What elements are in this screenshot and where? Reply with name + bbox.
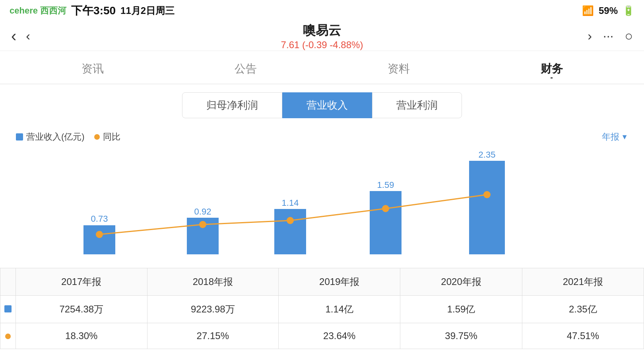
label-2019: 1.14 [282,198,299,208]
status-bar: cehere 西西河 下午3:50 11月2日周三 📶 59% 🔋 [0,0,644,21]
table-header-2021: 2021年报 [522,268,644,296]
year-report-button[interactable]: 年报 ▼ [602,131,628,143]
data-table: 2017年报 2018年报 2019年报 2020年报 2021年报 7254.… [0,268,644,349]
table-header-2018: 2018年报 [147,268,279,296]
forward-button[interactable]: › [588,29,592,43]
dot-2018 [199,221,206,228]
table-indicator-yoy [0,323,16,349]
bar-2019 [274,209,306,254]
table-cell-yoy-2018: 27.15% [147,323,279,349]
table-cell-revenue-2019: 1.14亿 [279,296,400,323]
table-header-indicator [0,268,16,296]
label-2018: 0.92 [194,207,211,217]
status-time: 下午3:50 [71,3,116,18]
main-tab-bar: 资讯 公告 资料 财务 [0,54,644,84]
chevron-down-icon: ▼ [621,133,628,141]
tab-finance[interactable]: 财务 [475,54,628,84]
chart-legend: 营业收入(亿元) 同比 年报 ▼ [16,131,628,143]
sub-tab-operating-profit[interactable]: 营业利润 [372,92,462,118]
tab-material[interactable]: 资料 [322,54,475,84]
tab-announcement[interactable]: 公告 [169,54,322,84]
table-header-2020: 2020年报 [400,268,522,296]
label-2017: 0.73 [91,214,108,224]
dot-2021 [483,191,491,198]
sub-tab-net-profit[interactable]: 归母净利润 [182,92,282,118]
sub-tab-bar: 归母净利润 营业收入 营业利润 [0,86,644,125]
bar-chart: 0.73 0.92 1.14 1.59 2.35 [16,147,628,266]
stock-name: 噢易云 [281,22,363,39]
more-button[interactable]: ··· [603,29,614,43]
back-button[interactable]: ‹ [11,27,16,45]
dot-2017 [96,231,103,238]
dot-2020 [382,205,389,212]
legend-line: 同比 [94,131,120,143]
table-cell-revenue-2017: 7254.38万 [16,296,147,323]
bar-2021 [469,161,505,254]
battery-icon: 🔋 [623,5,634,16]
nav-back-buttons: ‹ ‹ [11,27,30,45]
table-cell-yoy-2017: 18.30% [16,323,147,349]
stock-price: 7.61 (-0.39 -4.88%) [281,39,363,51]
table-header-2019: 2019年报 [279,268,400,296]
table-cell-yoy-2020: 39.75% [400,323,522,349]
label-2020: 1.59 [377,180,394,190]
label-2021: 2.35 [479,150,496,160]
bar-color-indicator [16,133,23,141]
status-date: 11月2日周三 [120,4,175,17]
wifi-icon: 📶 [582,5,594,16]
bar-2020 [370,191,402,254]
legend-line-label: 同比 [103,131,120,143]
battery-text: 59% [599,5,618,16]
table-row-revenue: 7254.38万 9223.98万 1.14亿 1.59亿 2.35亿 [0,296,644,323]
table-row-yoy: 18.30% 27.15% 23.64% 39.75% 47.51% [0,323,644,349]
app-logo: cehere 西西河 [10,5,66,17]
table-cell-revenue-2018: 9223.98万 [147,296,279,323]
table-cell-revenue-2021: 2.35亿 [522,296,644,323]
legend-bar-label: 营业收入(亿元) [26,131,85,143]
table-cell-revenue-2020: 1.59亿 [400,296,522,323]
nav-title-area: 噢易云 7.61 (-0.39 -4.88%) [281,22,363,51]
status-right: 📶 59% 🔋 [582,5,634,16]
chart-container: 营业收入(亿元) 同比 年报 ▼ [0,125,644,266]
line-color-indicator [94,134,100,140]
search-button[interactable]: ○ [625,28,633,44]
table-header-2017: 2017年报 [16,268,147,296]
sub-tab-revenue[interactable]: 营业收入 [282,92,372,118]
dot-2019 [287,217,294,224]
table-cell-yoy-2021: 47.51% [522,323,644,349]
tab-news[interactable]: 资讯 [16,54,169,84]
nav-right-buttons: › ··· ○ [588,28,633,44]
legend-bar: 营业收入(亿元) [16,131,85,143]
top-navigation: ‹ ‹ 噢易云 7.61 (-0.39 -4.88%) › ··· ○ [0,21,644,51]
status-left: cehere 西西河 下午3:50 11月2日周三 [10,3,175,18]
orange-dot-icon [5,334,11,339]
table-indicator-revenue [0,296,16,323]
blue-box-icon [4,305,12,312]
bar-2017 [83,225,115,254]
table-cell-yoy-2019: 23.64% [279,323,400,349]
back2-button[interactable]: ‹ [26,29,30,43]
